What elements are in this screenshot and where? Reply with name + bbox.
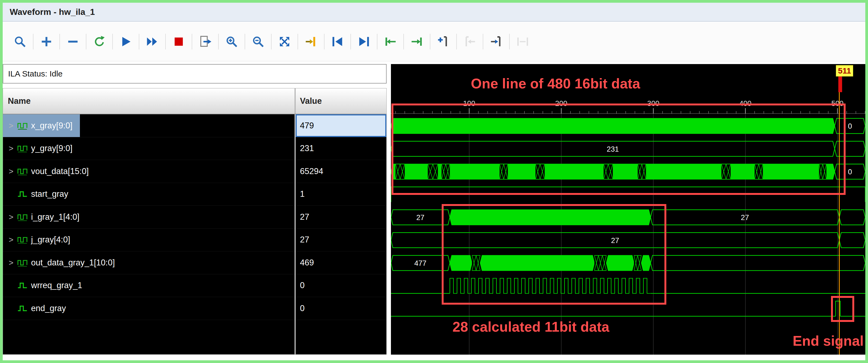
signal-name: x_gray[9:0] <box>31 121 72 131</box>
add-marker-icon[interactable] <box>435 33 452 50</box>
column-header-name[interactable]: Name <box>3 88 294 114</box>
zoom-in-icon[interactable] <box>223 33 240 50</box>
remove-probe-icon[interactable] <box>64 33 82 50</box>
expander-icon[interactable]: > <box>6 144 17 153</box>
expander-icon[interactable]: > <box>6 121 17 130</box>
waveform-canvas[interactable]: 02310272727477100200300400500 <box>391 64 865 355</box>
ila-status-text: ILA Status: Idle <box>8 69 63 78</box>
expander-icon[interactable]: > <box>6 235 17 244</box>
signal-name-cell[interactable]: > end_gray <box>3 297 294 320</box>
search-icon[interactable] <box>11 33 29 50</box>
window-title: Waveform - hw_ila_1 <box>10 7 95 17</box>
ila-status-field: ILA Status: Idle <box>3 64 386 84</box>
toolbar-separator <box>112 34 113 50</box>
signal-value: 65294 <box>296 160 386 183</box>
signal-row[interactable]: > end_gray 0 <box>3 297 386 320</box>
toolbar-separator <box>377 34 377 50</box>
go-to-trigger-icon[interactable] <box>302 33 320 50</box>
signal-type-icon <box>17 280 28 291</box>
rows-filler <box>3 320 386 355</box>
signal-value: 1 <box>296 183 386 206</box>
signal-row[interactable]: > x_gray[9:0] 479 <box>3 114 386 137</box>
toolbar-separator <box>59 34 60 50</box>
toolbar-separator <box>403 34 404 50</box>
export-data-icon[interactable] <box>196 33 214 50</box>
next-marker-icon[interactable] <box>488 33 505 50</box>
svg-text:300: 300 <box>647 100 659 108</box>
signal-name: start_gray <box>31 189 68 199</box>
previous-marker-icon[interactable] <box>461 33 478 50</box>
signal-name-cell[interactable]: > out_data_gray_1[10:0] <box>3 251 294 274</box>
signal-rows: > x_gray[9:0] 479 > y_gray[9:0] 231 > vo… <box>3 114 386 354</box>
waveform-window: Waveform - hw_ila_1 ILA Status: Idle Nam… <box>0 0 868 363</box>
signal-row[interactable]: > start_gray 1 <box>3 183 386 206</box>
zoom-to-markers-icon[interactable] <box>514 33 531 50</box>
signal-row[interactable]: > i_gray_1[4:0] 27 <box>3 206 386 229</box>
signal-name: y_gray[9:0] <box>31 143 72 153</box>
go-to-end-icon[interactable] <box>355 33 373 50</box>
signal-type-icon <box>17 303 28 314</box>
signal-name-cell[interactable]: > vout_data[15:0] <box>3 160 294 183</box>
expander-icon[interactable]: > <box>6 213 17 222</box>
signal-name-cell[interactable]: > start_gray <box>3 183 294 206</box>
column-header-value[interactable]: Value <box>296 88 386 114</box>
signal-name-cell[interactable]: > wrreq_gray_1 <box>3 274 294 297</box>
svg-text:0: 0 <box>848 122 852 130</box>
toolbar-separator <box>192 34 192 50</box>
toolbar-separator <box>245 34 245 50</box>
signal-name: wrreq_gray_1 <box>31 281 82 290</box>
run-trigger-immediate-icon[interactable] <box>144 33 161 50</box>
signal-name-cell[interactable]: > x_gray[9:0] <box>3 114 294 137</box>
signal-row[interactable]: > wrreq_gray_1 0 <box>3 274 386 297</box>
signal-type-icon <box>17 120 28 131</box>
zoom-out-icon[interactable] <box>249 33 267 50</box>
svg-text:500: 500 <box>831 100 843 108</box>
toolbar-separator <box>218 34 219 50</box>
signal-name-cell[interactable]: > j_gray[4:0] <box>3 229 294 252</box>
rerun-trigger-icon[interactable] <box>91 33 108 50</box>
signal-value: 231 <box>296 137 386 160</box>
toolbar-separator <box>430 34 430 50</box>
toolbar <box>3 22 865 61</box>
expander-icon[interactable]: > <box>6 258 17 267</box>
signal-type-icon <box>17 212 28 222</box>
signal-row[interactable]: > vout_data[15:0] 65294 <box>3 160 386 183</box>
signal-row[interactable]: > y_gray[9:0] 231 <box>3 137 386 160</box>
svg-text:477: 477 <box>414 259 427 267</box>
signal-name-cell[interactable]: > i_gray_1[4:0] <box>3 206 294 229</box>
previous-transition-icon[interactable] <box>382 33 399 50</box>
signal-name-cell[interactable]: > y_gray[9:0] <box>3 137 294 160</box>
toolbar-separator <box>139 34 139 50</box>
run-trigger-icon[interactable] <box>117 33 134 50</box>
toolbar-separator <box>165 34 166 50</box>
stop-trigger-icon[interactable] <box>170 33 187 50</box>
svg-text:27: 27 <box>611 236 619 245</box>
table-header: Name Value <box>3 88 386 114</box>
svg-text:100: 100 <box>463 100 475 108</box>
signal-type-icon <box>17 189 28 199</box>
signal-type-icon <box>17 143 28 154</box>
toolbar-separator <box>86 34 86 50</box>
add-probe-icon[interactable] <box>38 33 55 50</box>
toolbar-separator <box>483 34 483 50</box>
expander-icon[interactable]: > <box>6 167 17 176</box>
toolbar-separator <box>33 34 33 50</box>
window-titlebar: Waveform - hw_ila_1 <box>3 3 865 22</box>
signal-row[interactable]: > j_gray[4:0] 27 <box>3 229 386 252</box>
go-to-start-icon[interactable] <box>329 33 346 50</box>
signal-name: j_gray[4:0] <box>31 235 70 245</box>
toolbar-separator <box>298 34 298 50</box>
signal-name: i_gray_1[4:0] <box>31 212 80 222</box>
toolbar-separator <box>324 34 324 50</box>
annotation-top-label: One line of 480 16bit data <box>471 76 640 92</box>
signal-type-icon <box>17 166 28 177</box>
zoom-fit-icon[interactable] <box>276 33 293 50</box>
trigger-marker-badge[interactable]: 511 <box>836 65 853 77</box>
svg-text:200: 200 <box>555 100 567 108</box>
svg-text:231: 231 <box>607 145 619 153</box>
signal-value: 0 <box>296 274 386 297</box>
svg-text:0: 0 <box>848 168 852 176</box>
next-transition-icon[interactable] <box>408 33 426 50</box>
signal-row[interactable]: > out_data_gray_1[10:0] 469 <box>3 251 386 274</box>
signal-type-icon <box>17 234 28 245</box>
